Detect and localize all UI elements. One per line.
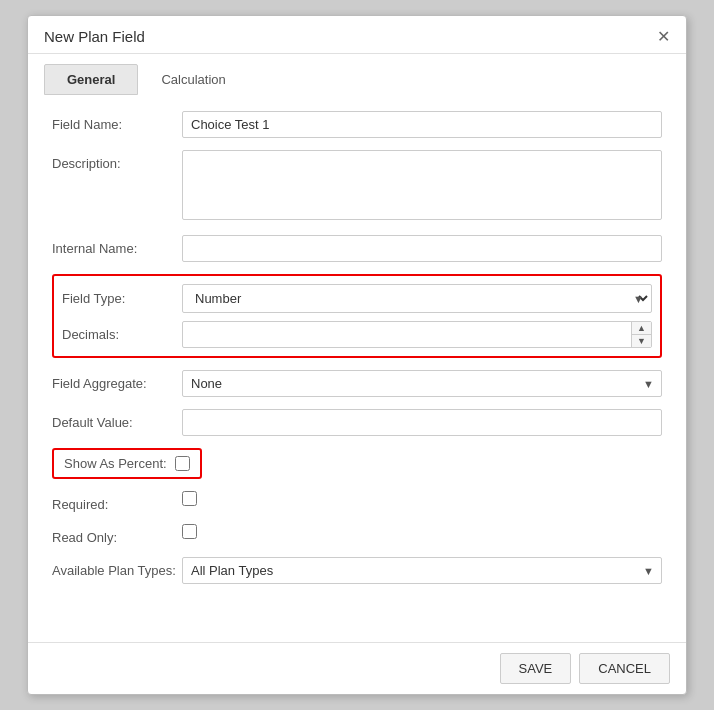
available-plan-types-control: All Plan Types Custom ▼	[182, 557, 662, 584]
description-row: Description:	[52, 150, 662, 223]
description-label: Description:	[52, 150, 182, 171]
internal-name-input[interactable]	[182, 235, 662, 262]
field-name-label: Field Name:	[52, 111, 182, 132]
field-name-control	[182, 111, 662, 138]
show-as-percent-checkbox[interactable]	[175, 456, 190, 471]
show-as-percent-label: Show As Percent:	[64, 456, 167, 471]
field-name-input[interactable]	[182, 111, 662, 138]
decimals-row: Decimals: ▲ ▼	[62, 321, 652, 348]
field-name-row: Field Name:	[52, 111, 662, 138]
cancel-button[interactable]: CANCEL	[579, 653, 670, 684]
internal-name-control	[182, 235, 662, 262]
field-aggregate-control: None Sum Average Count Min Max ▼	[182, 370, 662, 397]
dialog-footer: SAVE CANCEL	[28, 642, 686, 694]
available-plan-types-row: Available Plan Types: All Plan Types Cus…	[52, 557, 662, 584]
field-type-select[interactable]: Number Text Date Boolean Choice	[182, 284, 652, 313]
tab-bar: General Calculation	[28, 54, 686, 95]
required-row: Required:	[52, 491, 662, 512]
tab-general[interactable]: General	[44, 64, 138, 95]
internal-name-row: Internal Name:	[52, 235, 662, 262]
description-textarea[interactable]	[182, 150, 662, 220]
default-value-row: Default Value:	[52, 409, 662, 436]
field-aggregate-row: Field Aggregate: None Sum Average Count …	[52, 370, 662, 397]
read-only-label: Read Only:	[52, 524, 182, 545]
read-only-row: Read Only:	[52, 524, 662, 545]
decimals-label: Decimals:	[62, 327, 182, 342]
field-aggregate-label: Field Aggregate:	[52, 370, 182, 391]
required-control	[182, 491, 662, 509]
available-plan-types-label: Available Plan Types:	[52, 557, 182, 580]
decimals-control: ▲ ▼	[182, 321, 652, 348]
default-value-control	[182, 409, 662, 436]
required-checkbox[interactable]	[182, 491, 197, 506]
read-only-checkbox[interactable]	[182, 524, 197, 539]
dialog-title: New Plan Field	[44, 28, 145, 45]
field-type-highlight-box: Field Type: Number Text Date Boolean Cho…	[52, 274, 662, 358]
save-button[interactable]: SAVE	[500, 653, 572, 684]
internal-name-label: Internal Name:	[52, 235, 182, 256]
available-plan-types-select[interactable]: All Plan Types Custom	[182, 557, 662, 584]
field-aggregate-select[interactable]: None Sum Average Count Min Max	[182, 370, 662, 397]
decimals-down-button[interactable]: ▼	[632, 335, 651, 347]
field-type-row: Field Type: Number Text Date Boolean Cho…	[62, 284, 652, 313]
close-button[interactable]: ✕	[657, 29, 670, 45]
show-as-percent-highlight-box: Show As Percent:	[52, 448, 202, 479]
field-type-label: Field Type:	[62, 291, 182, 306]
tab-calculation[interactable]: Calculation	[138, 64, 248, 95]
default-value-label: Default Value:	[52, 409, 182, 430]
new-plan-field-dialog: New Plan Field ✕ General Calculation Fie…	[27, 15, 687, 695]
decimals-up-button[interactable]: ▲	[632, 322, 651, 335]
read-only-control	[182, 524, 662, 542]
decimals-input[interactable]	[182, 321, 652, 348]
description-control	[182, 150, 662, 223]
dialog-header: New Plan Field ✕	[28, 16, 686, 54]
default-value-input[interactable]	[182, 409, 662, 436]
dialog-body: Field Name: Description: Internal Name: …	[28, 95, 686, 642]
decimals-spinner: ▲ ▼	[631, 322, 651, 347]
required-label: Required:	[52, 491, 182, 512]
field-type-control: Number Text Date Boolean Choice ▼	[182, 284, 652, 313]
